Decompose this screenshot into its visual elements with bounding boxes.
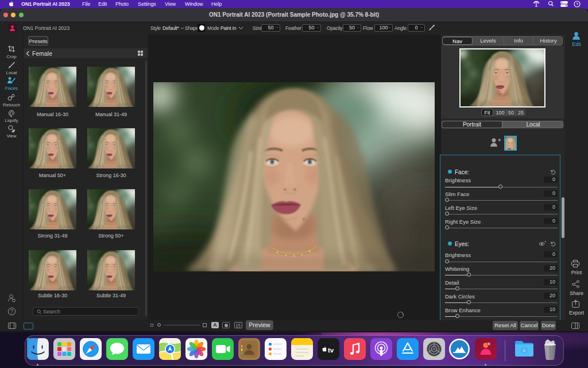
svg-text:tv: tv	[328, 347, 334, 354]
svg-text:AI: AI	[488, 343, 490, 346]
